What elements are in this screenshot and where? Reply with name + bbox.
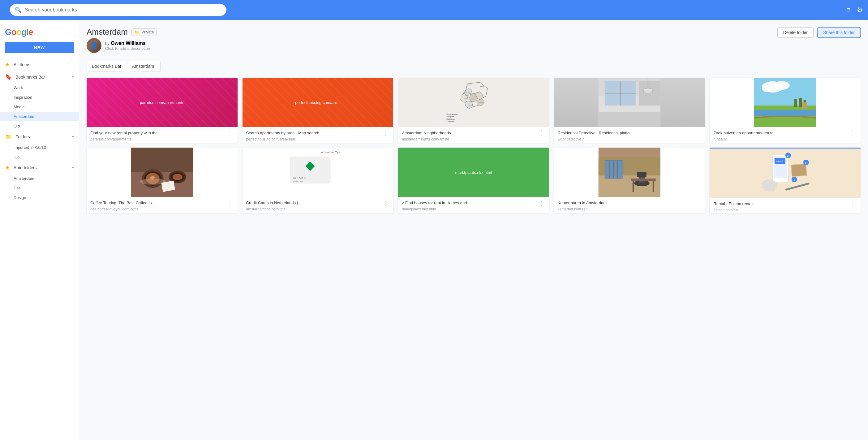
more-menu-icon-3[interactable]: ⋮ [537, 130, 545, 137]
sidebar: Google NEW ★ All Items 🔖 Bookmarks Bar ▾… [0, 20, 79, 440]
search-icon: 🔍 [15, 6, 22, 13]
svg-text:2: 2 [787, 154, 789, 157]
bookmark-url-1: pararius.com/apartments [90, 137, 226, 141]
sidebar-item-all-items[interactable]: ★ All Items [0, 58, 79, 71]
bookmark-card-5[interactable]: Zoek huizen en appartementen te... funda… [710, 78, 861, 143]
list-view-icon[interactable]: ≡ [847, 6, 851, 14]
folder-title-row: Amsterdam 📁 Private [87, 27, 777, 37]
bookmark-url-3: amsterdamsights.com/amste... [402, 137, 537, 141]
svg-text:Westpoort: Westpoort [467, 84, 473, 86]
svg-rect-52 [606, 160, 623, 178]
new-button[interactable]: NEW [5, 42, 74, 53]
bookmark-thumbnail-2: perfecthousing.com/are... [243, 78, 394, 127]
svg-text:4: 4 [794, 179, 795, 181]
breadcrumb-bookmarks-bar[interactable]: Bookmarks Bar [87, 61, 128, 71]
description-hint[interactable]: Click to add a description [105, 46, 150, 51]
bookmark-text-8: ≥ Find houses for rent in Homes and... m… [402, 200, 537, 211]
more-menu-icon-6[interactable]: ⋮ [226, 200, 234, 207]
app-body: Google NEW ★ All Items 🔖 Bookmarks Bar ▾… [0, 20, 868, 440]
sidebar-item-media[interactable]: Media [0, 102, 79, 112]
svg-text:Sloter...: Sloter... [464, 97, 468, 99]
folder-icon: 📁 [5, 134, 12, 140]
bookmark-card-4[interactable]: Residential Detective | Residential plat… [554, 78, 705, 143]
search-input[interactable] [25, 7, 221, 13]
svg-rect-61 [653, 181, 654, 192]
sidebar-section-folders[interactable]: 📁 Folders ▾ [0, 131, 79, 143]
folder-title: Amsterdam [87, 27, 128, 37]
svg-point-24 [774, 81, 790, 90]
bookmark-card-8[interactable]: marktplaats.nl/z.html ≥ Find houses for … [398, 148, 549, 213]
bookmark-card-2[interactable]: perfecthousing.com/are... Search apartme… [243, 78, 394, 143]
search-bar[interactable]: 🔍 [10, 4, 226, 16]
sidebar-item-work[interactable]: Work [0, 83, 79, 92]
bookmark-title-1: Find your new rental property with the..… [90, 130, 226, 136]
more-menu-icon-7[interactable]: ⋮ [381, 200, 390, 207]
more-menu-icon-9[interactable]: ⋮ [693, 200, 701, 207]
bookmark-card-3[interactable]: Centrum Oud-West Oost Sloter... Oud-Zuid… [398, 78, 549, 143]
sidebar-item-auto-css[interactable]: Css [0, 183, 79, 193]
svg-rect-28 [795, 99, 797, 107]
more-menu-icon-5[interactable]: ⋮ [849, 130, 857, 137]
more-menu-icon-10[interactable]: ⋮ [849, 201, 857, 208]
svg-text:ABN·AMRO: ABN·AMRO [293, 176, 306, 179]
svg-point-25 [762, 85, 774, 92]
bookmark-thumbnail-9 [554, 148, 705, 197]
bank-svg: AmsterdamTips. ABN·AMRO Credit Card [243, 148, 394, 197]
bookmark-body-2: Search apartments by area - Map search p… [243, 127, 394, 143]
folder-title-area: Amsterdam 📁 Private 👤 by Owen Williams C… [87, 27, 777, 55]
bookmark-title-2: Search apartments by area - Map search [246, 130, 382, 136]
bookmark-card-9[interactable]: Kamer huren in Amsterdam kamernet.nl/hur… [554, 148, 705, 213]
svg-text:Hello!: Hello! [776, 160, 783, 163]
sidebar-section-bookmarks-bar[interactable]: 🔖 Bookmarks Bar ▾ [0, 71, 79, 83]
svg-text:Centrum: Centrum [469, 92, 475, 94]
bookmarks-grid: pararius.com/apartments Find your new re… [87, 78, 861, 213]
bookmark-card-6[interactable]: Coffee Touring: The Best Coffee in... de… [87, 148, 238, 213]
thumb-url-2: perfecthousing.com/are... [292, 98, 343, 107]
bookmark-card-7[interactable]: AmsterdamTips. ABN·AMRO Credit Card Cred… [243, 148, 394, 213]
sidebar-item-old[interactable]: Old [0, 121, 79, 131]
breadcrumb-amsterdam[interactable]: Amsterdam [127, 61, 161, 71]
bookmarks-bar-label: Bookmarks Bar [16, 75, 45, 80]
sidebar-item-imported[interactable]: imported 24/10/13 [0, 143, 79, 152]
bookmark-text-10: Rental - Esteon rentals esteon.com/en [713, 201, 849, 212]
bookmark-title-8: ≥ Find houses for rent in Homes and... [402, 200, 537, 206]
more-menu-icon-4[interactable]: ⋮ [693, 130, 701, 137]
bookmark-url-8: marktplaats.nl/z.html [402, 207, 537, 211]
more-menu-icon-8[interactable]: ⋮ [537, 200, 545, 207]
sidebar-section-auto-folders[interactable]: ★ Auto folders ▾ [0, 162, 79, 174]
bookmark-icon: 🔖 [5, 74, 12, 81]
share-folder-button[interactable]: Share this folder [817, 27, 861, 38]
bookmark-url-10: esteon.com/en [713, 208, 849, 212]
sidebar-item-auto-amsterdam[interactable]: Amsterdam [0, 174, 79, 183]
sidebar-item-ios[interactable]: iOS [0, 152, 79, 162]
bookmark-text-4: Residential Detective | Residential plat… [558, 130, 693, 141]
bookmark-url-5: funda.nl [713, 137, 849, 141]
sidebar-item-amsterdam[interactable]: Amsterdam [0, 112, 79, 121]
chevron-down-icon-auto: ▾ [72, 166, 74, 170]
svg-text:Zuiden...: Zuiden... [469, 104, 474, 106]
bookmark-card-1[interactable]: pararius.com/apartments Find your new re… [87, 78, 238, 143]
apartment-svg [554, 148, 705, 197]
main-content: Amsterdam 📁 Private 👤 by Owen Williams C… [79, 20, 868, 440]
folder-owner: 👤 by Owen Williams Click to add a descri… [87, 38, 777, 53]
folder-badge-icon: 📁 [134, 30, 140, 35]
bookmark-body-7: Credit Cards in Netherlands |... amsterd… [243, 197, 394, 212]
svg-text:2 Westpoort: 2 Westpoort [446, 116, 454, 118]
sidebar-item-auto-design[interactable]: Design [0, 193, 79, 202]
owner-name-line: by Owen Williams [105, 40, 150, 46]
svg-rect-59 [631, 179, 656, 181]
more-menu-icon-1[interactable]: ⋮ [226, 130, 234, 137]
more-menu-icon-2[interactable]: ⋮ [381, 130, 390, 137]
bookmark-text-7: Credit Cards in Netherlands |... amsterd… [246, 200, 382, 211]
delete-folder-button[interactable]: Delete folder [777, 27, 813, 38]
svg-text:4 Oud West: 4 Oud West [446, 121, 454, 122]
settings-icon[interactable]: ⚙ [857, 6, 863, 14]
bookmark-card-10[interactable]: Hello! 2 3 4 [710, 148, 861, 213]
svg-text:Oost: Oost [477, 91, 479, 93]
svg-rect-31 [802, 102, 807, 109]
owner-name: Owen Williams [111, 40, 146, 46]
sidebar-item-inspiration[interactable]: Inspiration [0, 92, 79, 102]
folder-badge-label: Private [142, 30, 154, 34]
bookmark-thumbnail-3: Centrum Oud-West Oost Sloter... Oud-Zuid… [398, 78, 549, 127]
bookmark-thumbnail-8: marktplaats.nl/z.html [398, 148, 549, 197]
